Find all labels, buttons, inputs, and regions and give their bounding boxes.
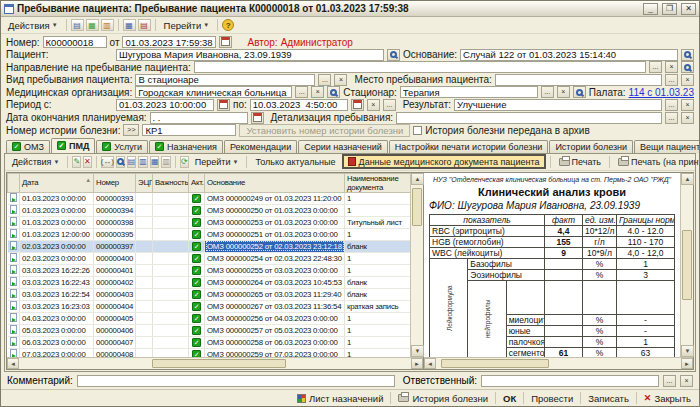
tab-case-histories[interactable]: Истории болезни — [549, 140, 633, 153]
cell-importance[interactable] — [153, 312, 189, 324]
number-field[interactable] — [43, 36, 107, 48]
cell-basis[interactable]: ОМЗ 000000251 от 01.03.2023 0:00:00 — [205, 228, 345, 240]
goto-menu-button[interactable]: Перейти▼ — [160, 18, 214, 32]
scroll-left-icon[interactable]: ◄ — [424, 358, 436, 369]
stay-place-field[interactable] — [495, 74, 662, 86]
cell-ecp[interactable] — [136, 204, 153, 216]
sort-icon[interactable]: ▤ — [127, 156, 137, 168]
cell-date[interactable]: 02.03.2023 0:00:00 — [20, 240, 94, 252]
structure-icon[interactable]: ▤ — [71, 19, 84, 31]
only-actual-toggle[interactable]: Только актуальные — [251, 155, 339, 169]
cell-doc-name[interactable]: 1 — [345, 348, 411, 357]
cell-date[interactable]: 05.03.2023 0:00:00 — [20, 324, 94, 336]
result-field[interactable] — [454, 99, 662, 111]
cell-basis[interactable]: ОМЗ 000000258 от 06.03.2023 0:00:00 — [205, 336, 345, 348]
cell-basis[interactable]: ОМЗ 000000264 от 03.03.2023 10:45:53 — [205, 276, 345, 288]
post-button[interactable]: Провести — [527, 391, 577, 405]
close-button[interactable]: ✕ — [681, 3, 696, 15]
scroll-right-icon[interactable]: ► — [681, 358, 693, 369]
copy-icon[interactable]: ▥ — [101, 19, 114, 31]
cell-importance[interactable] — [153, 192, 189, 204]
column-doc-name[interactable]: Наименование документа — [345, 173, 411, 192]
cell-active[interactable]: ✓ — [189, 264, 205, 276]
tab-recommendations[interactable]: Рекомендации — [224, 140, 297, 153]
grid-vertical-scrollbar[interactable]: ▲ ▼ — [410, 173, 423, 357]
scroll-thumb[interactable] — [441, 359, 549, 368]
maximize-button[interactable]: ❐ — [662, 3, 677, 15]
cell-ecp[interactable] — [136, 252, 153, 264]
grid-horizontal-scrollbar[interactable]: ◄ ► — [7, 357, 423, 369]
cell-ecp[interactable] — [136, 216, 153, 228]
stay-type-clear-button[interactable]: × — [334, 74, 347, 86]
responsible-field[interactable] — [481, 375, 659, 387]
cell-doc-name[interactable]: Титульный лист — [345, 216, 411, 228]
grid-row[interactable]: 04.03.2023 0:00:00 000000405 ✓ ОМЗ 00000… — [8, 312, 411, 324]
stay-type-field[interactable] — [135, 74, 315, 86]
edit-icon[interactable]: ✎ — [72, 156, 81, 168]
patient-lookup-button[interactable] — [387, 49, 400, 61]
ward-link[interactable]: 114 с 01.03.23 — [629, 87, 694, 98]
cell-basis[interactable]: ОМЗ 000000256 от 04.03.2023 0:00:00 — [205, 312, 345, 324]
close-form-button[interactable]: ✕Закрыть — [640, 391, 695, 405]
cell-importance[interactable] — [153, 300, 189, 312]
set-history-number-button[interactable]: Установить номер истории болезни — [239, 124, 410, 137]
grid-row[interactable]: 06.03.2023 0:00:00 000000407 ✓ ОМЗ 00000… — [8, 336, 411, 348]
grid-row[interactable]: 01.03.2023 0:00:00 000000393 ✓ ОМЗ 00000… — [8, 192, 411, 204]
cell-number[interactable]: 000000408 — [94, 348, 136, 357]
cell-ecp[interactable] — [136, 336, 153, 348]
period-to-calendar-button[interactable] — [351, 99, 364, 111]
case-history-button[interactable]: История болезни — [394, 391, 492, 405]
cell-ecp[interactable] — [136, 228, 153, 240]
cell-doc-name[interactable]: 1 — [345, 228, 411, 240]
grid-row[interactable]: 03.03.2023 16:23:03 000000404 ✓ ОМЗ 0000… — [8, 300, 411, 312]
cell-ecp[interactable] — [136, 312, 153, 324]
hospital-lookup-button[interactable] — [573, 86, 586, 98]
org-lookup-button[interactable] — [327, 86, 340, 98]
cell-ecp[interactable] — [136, 324, 153, 336]
cell-ecp[interactable] — [136, 300, 153, 312]
cell-ecp[interactable] — [136, 240, 153, 252]
cell-active[interactable]: ✓ — [189, 204, 205, 216]
scroll-thumb[interactable] — [412, 188, 422, 226]
ok-button[interactable]: ОК — [499, 391, 520, 405]
cell-active[interactable]: ✓ — [189, 300, 205, 312]
medical-document-data-button[interactable]: Данные медицинского документа пациента — [342, 154, 546, 169]
basis-lookup-button[interactable] — [681, 49, 694, 61]
responsible-select-button[interactable]: ... — [663, 375, 676, 387]
cell-basis[interactable]: ОМЗ 000000252 от 02.03.2023 23:12:18 — [205, 240, 345, 252]
cell-importance[interactable] — [153, 204, 189, 216]
cell-doc-name[interactable]: 1 — [345, 324, 411, 336]
actions-menu-button[interactable]: Действия▼ — [4, 18, 62, 32]
cell-doc-name[interactable]: бланк — [345, 288, 411, 300]
cell-active[interactable]: ✓ — [189, 228, 205, 240]
grid-row[interactable]: 03.03.2023 16:22:54 000000403 ✓ ОМЗ 0000… — [8, 288, 411, 300]
cell-importance[interactable] — [153, 336, 189, 348]
period-to-field[interactable] — [250, 99, 348, 111]
detail-clear-button[interactable]: × — [681, 112, 694, 124]
refresh-icon[interactable]: ▦ — [86, 19, 99, 31]
refresh-icon[interactable]: ⟳ — [180, 156, 189, 168]
stay-type-select-button[interactable]: ... — [318, 74, 331, 86]
minimize-button[interactable]: _ — [643, 3, 658, 15]
cell-basis[interactable]: ОМЗ 000000259 от 07.03.2023 0:00:00 — [205, 348, 345, 357]
cell-ecp[interactable] — [136, 348, 153, 357]
patient-field[interactable] — [116, 49, 384, 61]
cell-ecp[interactable] — [136, 288, 153, 300]
cell-importance[interactable] — [153, 288, 189, 300]
cell-date[interactable]: 07.03.2023 0:00:00 — [20, 348, 94, 357]
org-field[interactable] — [135, 86, 292, 98]
cell-importance[interactable] — [153, 276, 189, 288]
cell-doc-name[interactable]: бланк — [345, 240, 411, 252]
period-from-calendar-button[interactable] — [217, 99, 230, 111]
column-active[interactable]: Акт. — [189, 173, 205, 192]
preview-horizontal-scrollbar[interactable]: ◄ ► — [424, 357, 693, 369]
grid-row[interactable]: 02.03.2023 0:00:00 000000397 ✓ ОМЗ 00000… — [8, 240, 411, 252]
cell-date[interactable]: 03.03.2023 16:22:54 — [20, 288, 94, 300]
preview-vertical-scrollbar[interactable]: ▲ ▼ — [680, 173, 693, 357]
cell-number[interactable]: 000000407 — [94, 336, 136, 348]
hospital-clear-button[interactable]: × — [557, 86, 570, 98]
period-clear-button[interactable]: × — [367, 99, 380, 111]
scroll-up-icon[interactable]: ▲ — [681, 173, 694, 185]
stay-place-select-button[interactable]: ... — [665, 74, 678, 86]
cell-importance[interactable] — [153, 228, 189, 240]
